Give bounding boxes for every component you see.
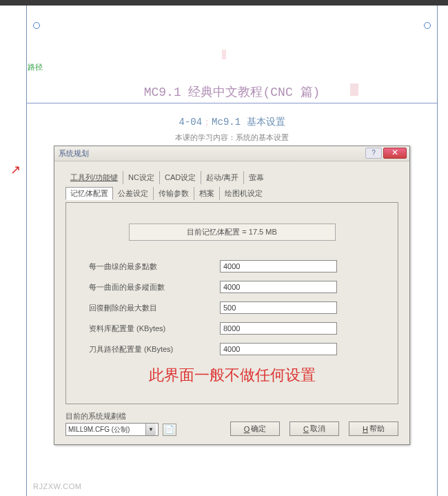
label-curve-points: 每一曲缐的最多點數 [89,261,220,272]
app-top-bar [0,0,448,6]
row-undo-max: 回復刪除的最大數目 [79,301,385,314]
path-label: 路径 [28,62,43,72]
tab-startup[interactable]: 起动/离开 [201,171,244,184]
red-arrow-icon: ↗ [10,162,21,177]
tab-screen[interactable]: 萤幕 [244,171,269,184]
subtitle: 4-04；Mc9.1 基本设置 [26,116,438,128]
help-button[interactable]: H帮助 [349,421,398,436]
config-file-group: 目前的系统规劃檔 MILL9M.CFG (公制) ▼ 📄 [65,411,176,436]
document-icon: 📄 [165,425,174,434]
dialog-titlebar[interactable]: 系统规划 ? ✕ [54,146,409,161]
config-file-label: 目前的系统规劃檔 [65,411,176,421]
dialog-title: 系统规划 [59,148,89,159]
subtitle-text: Mc9.1 基本设置 [212,117,285,128]
dialog-body: 工具列/功能键 NC设定 CAD设定 起动/离开 萤幕 记忆体配置 公差设定 传… [54,161,409,444]
annotation-note: 此界面一般不做任何设置 [79,365,385,386]
config-file-select[interactable]: MILL9M.CFG (公制) ▼ [65,423,159,436]
chevron-down-icon: ▼ [145,424,156,435]
tab-toolbar[interactable]: 工具列/功能键 [65,171,123,184]
current-memory-display: 目前记忆体配置 = 17.5 MB [129,224,336,241]
help-label: 帮助 [369,424,385,434]
config-file-value: MILL9M.CFG (公制) [68,425,130,435]
subtitle-prefix: 4-04 [179,117,202,128]
lesson-description: 本课的学习内容：系统的基本设置 [26,132,438,143]
titlebar-close-button[interactable]: ✕ [383,148,407,159]
tab-row-1: 工具列/功能键 NC设定 CAD设定 起动/离开 萤幕 [65,171,398,184]
input-undo-max[interactable] [220,301,337,314]
watermark: RJZXW.COM [33,482,82,490]
config-select-row: MILL9M.CFG (公制) ▼ 📄 [65,423,176,436]
label-toolpath-alloc: 刀具路径配置量 (KBytes) [89,344,220,355]
input-curve-points[interactable] [220,260,337,272]
browse-file-button[interactable]: 📄 [163,424,176,436]
tab-files[interactable]: 档案 [194,187,220,200]
ok-mnemonic: O [244,425,250,433]
label-undo-max: 回復刪除的最大數目 [89,303,220,313]
marker-icon [222,50,226,59]
ok-label: 确定 [251,424,266,434]
memory-tab-panel: 目前记忆体配置 = 17.5 MB 每一曲缐的最多點數 每一曲面的最多縱面數 回… [65,202,398,404]
row-curve-points: 每一曲缐的最多點數 [79,260,385,272]
tab-comm[interactable]: 传输参数 [154,187,194,200]
input-toolpath-alloc[interactable] [220,343,337,355]
dialog-button-row: O确定 C取消 H帮助 [230,421,398,436]
help-mnemonic: H [363,425,368,433]
tab-cad[interactable]: CAD设定 [160,171,201,184]
anchor-top-left-icon [33,22,40,29]
titlebar-help-button[interactable]: ? [365,148,382,159]
anchor-top-right-icon [424,22,431,29]
dialog-bottom-area: 目前的系统规劃檔 MILL9M.CFG (公制) ▼ 📄 O确定 [65,411,398,436]
titlebar-buttons: ? ✕ [365,148,407,159]
tab-plotter[interactable]: 绘图机设定 [220,187,267,200]
row-db-alloc: 资料库配置量 (KBytes) [79,322,385,335]
document-content: MC9.1 经典中文教程(CNC 篇) 4-04；Mc9.1 基本设置 本课的学… [26,79,438,445]
input-surface-sections[interactable] [220,281,337,293]
cancel-mnemonic: C [303,425,309,433]
cancel-button[interactable]: C取消 [289,421,339,436]
cancel-label: 取消 [310,424,325,434]
row-surface-sections: 每一曲面的最多縱面數 [79,281,385,293]
label-surface-sections: 每一曲面的最多縱面數 [89,282,220,292]
system-config-dialog: 系统规划 ? ✕ 工具列/功能键 NC设定 CAD设定 起动/离开 萤幕 记忆体… [54,146,410,445]
subtitle-separator: ； [202,117,212,128]
ok-button[interactable]: O确定 [230,421,280,436]
tab-memory-active[interactable]: 记忆体配置 [65,187,113,200]
row-toolpath-alloc: 刀具路径配置量 (KBytes) [79,343,385,355]
tab-nc[interactable]: NC设定 [123,171,160,184]
label-db-alloc: 资料库配置量 (KBytes) [89,324,220,334]
page-title: MC9.1 经典中文教程(CNC 篇) [26,79,438,103]
tab-tolerance[interactable]: 公差设定 [113,187,154,200]
input-db-alloc[interactable] [220,322,337,335]
tab-row-2: 记忆体配置 公差设定 传输参数 档案 绘图机设定 [65,187,398,200]
